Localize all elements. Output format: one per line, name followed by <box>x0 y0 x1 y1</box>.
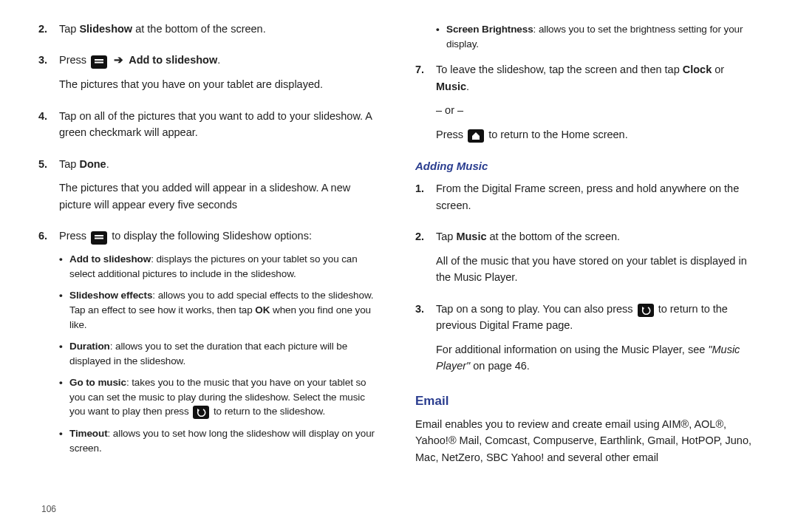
svg-rect-5 <box>95 238 103 239</box>
bullet-list: Add to slideshow: displays the pictures … <box>59 252 383 455</box>
text: To leave the slideshow, tap the screen a… <box>436 64 683 75</box>
bold: Timeout <box>69 428 108 439</box>
text: at the bottom of the screen. <box>487 231 621 242</box>
step-text: To leave the slideshow, tap the screen a… <box>436 61 760 150</box>
back-icon <box>193 406 209 419</box>
step-4: 4. Tap on all of the pictures that you w… <box>38 108 383 149</box>
menu-icon <box>91 231 107 245</box>
paragraph: All of the music that you have stored on… <box>436 253 760 286</box>
list-item: Slideshow effects: allows you to add spe… <box>59 288 383 332</box>
bold: Music <box>456 231 486 242</box>
text: Tap on a song to play. You can also pres… <box>436 303 636 315</box>
music-step-3: 3. Tap on a song to play. You can also p… <box>415 301 760 382</box>
list-item: Screen Brightness: allows you to set the… <box>436 22 760 51</box>
step-text: Tap Done. The pictures that you added wi… <box>59 156 383 220</box>
bold: Screen Brightness <box>446 24 533 35</box>
bold: OK <box>255 304 270 316</box>
text: . <box>106 158 109 170</box>
text: Press <box>59 54 89 66</box>
music-step-1: 1. From the Digital Frame screen, press … <box>415 180 760 221</box>
list-item: Timeout: allows you to set how long the … <box>59 426 383 455</box>
text: Tap <box>59 23 79 35</box>
music-step-2: 2. Tap Music at the bottom of the screen… <box>415 228 760 293</box>
text: For additional information on using the … <box>436 344 708 355</box>
adding-music-heading: Adding Music <box>415 157 760 174</box>
bold: Duration <box>69 341 110 352</box>
or-line: – or – <box>436 102 760 118</box>
step-number: 2. <box>415 228 436 293</box>
step-text: Tap on all of the pictures that you want… <box>59 108 383 149</box>
paragraph: The pictures that you added will appear … <box>59 180 383 213</box>
email-body: Email enables you to review and create e… <box>415 416 760 466</box>
back-icon <box>638 304 654 317</box>
bold: Music <box>436 81 466 92</box>
page-number: 106 <box>41 504 56 514</box>
step-number: 4. <box>38 108 59 149</box>
bold: Slideshow effects <box>69 290 152 301</box>
svg-rect-4 <box>95 235 103 236</box>
bold: Slideshow <box>79 23 132 35</box>
bold: Go to music <box>69 377 126 388</box>
text: . <box>217 54 220 66</box>
step-number: 7. <box>415 61 436 150</box>
arrow-icon: ➔ <box>112 54 126 66</box>
text: : allows you to set the duration that ea… <box>69 341 347 366</box>
text: Tap <box>59 158 79 170</box>
text: to return to the Home screen. <box>488 129 628 140</box>
email-heading: Email <box>415 392 760 411</box>
list-item: Duration: allows you to set the duration… <box>59 339 383 368</box>
list-item: Go to music: takes you to the music that… <box>59 375 383 419</box>
bold: Add to slideshow <box>69 253 151 265</box>
step-text: Tap Slideshow at the bottom of the scree… <box>59 21 383 44</box>
step-number: 5. <box>38 156 59 220</box>
text: to return to the slideshow. <box>211 406 325 417</box>
step-text: Tap on a song to play. You can also pres… <box>436 301 760 382</box>
step-text: Press ➔ Add to slideshow. The pictures t… <box>59 52 383 100</box>
paragraph: Tap on all of the pictures that you want… <box>59 108 383 141</box>
step-text: Press to display the following Slideshow… <box>59 228 383 463</box>
step-3: 3. Press ➔ Add to slideshow. The picture… <box>38 52 383 100</box>
text: to display the following Slideshow optio… <box>112 230 312 242</box>
text: Press <box>59 230 89 242</box>
step-number: 6. <box>38 228 59 463</box>
bullet-list: Screen Brightness: allows you to set the… <box>436 22 760 51</box>
list-item: Add to slideshow: displays the pictures … <box>59 252 383 281</box>
paragraph: From the Digital Frame screen, press and… <box>436 180 760 214</box>
paragraph: The pictures that you have on your table… <box>59 76 383 92</box>
menu-icon <box>91 55 107 69</box>
page-content: 2. Tap Slideshow at the bottom of the sc… <box>0 0 798 473</box>
step-6: 6. Press to display the following Slides… <box>38 228 383 463</box>
bold: Add to slideshow <box>129 54 217 66</box>
left-column: 2. Tap Slideshow at the bottom of the sc… <box>38 21 383 473</box>
step-number: 3. <box>38 52 59 100</box>
step-2: 2. Tap Slideshow at the bottom of the sc… <box>38 21 383 44</box>
step-number: 1. <box>415 180 436 221</box>
text: : allows you to set how long the slidesh… <box>69 428 375 454</box>
step-text: Tap Music at the bottom of the screen. A… <box>436 228 760 293</box>
text: . <box>466 81 469 92</box>
step-number: 3. <box>415 301 436 382</box>
step-5: 5. Tap Done. The pictures that you added… <box>38 156 383 220</box>
step-text: From the Digital Frame screen, press and… <box>436 180 760 221</box>
svg-rect-0 <box>95 59 103 61</box>
continuation-bullets: Screen Brightness: allows you to set the… <box>415 21 760 58</box>
bold: Done <box>79 158 106 170</box>
text: or <box>712 64 724 75</box>
home-icon <box>468 129 484 143</box>
text: at the bottom of the screen. <box>132 23 266 35</box>
text: Press <box>436 129 466 140</box>
text: Tap <box>436 231 456 242</box>
step-7: 7. To leave the slideshow, tap the scree… <box>415 61 760 150</box>
step-number: 2. <box>38 21 59 44</box>
right-column: Screen Brightness: allows you to set the… <box>415 21 760 473</box>
svg-rect-1 <box>95 62 103 64</box>
text: on page 46. <box>470 360 530 372</box>
bold: Clock <box>683 64 712 75</box>
